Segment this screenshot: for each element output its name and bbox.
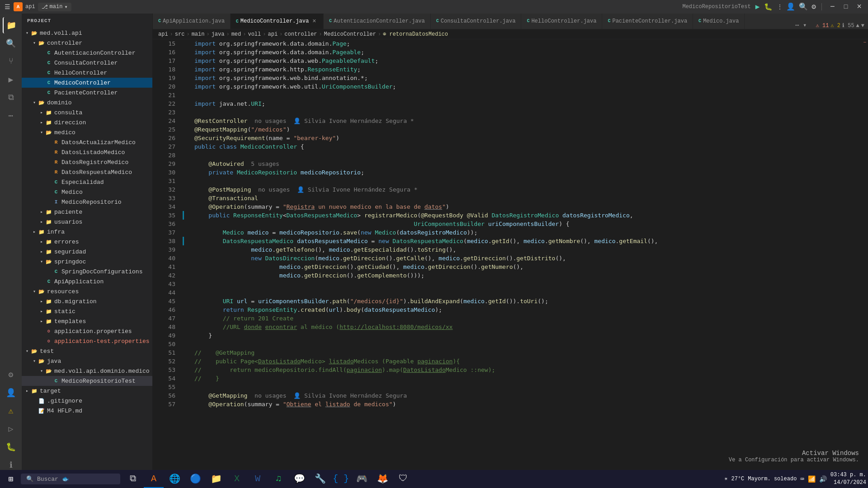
more-actions-icon[interactable]: ⋮ xyxy=(777,4,783,10)
taskbar-app3[interactable]: 🎮 xyxy=(352,470,372,488)
volume-icon[interactable]: 🔊 xyxy=(819,475,827,483)
taskbar-app2[interactable]: 🔧 xyxy=(310,470,330,488)
tree-item-consulta-folder[interactable]: ▸ 📁 consulta xyxy=(22,108,152,117)
settings-icon[interactable]: ⚙ xyxy=(811,2,816,11)
tree-item-datos-actualizar[interactable]: ▾ R DatosActualizarMedico xyxy=(22,137,152,147)
tree-item-medico-repositorio-test[interactable]: ▾ C MedicoRepositorioTest xyxy=(22,376,152,386)
breadcrumb-src[interactable]: src xyxy=(175,31,185,38)
tree-item-hello[interactable]: ▾ C HelloController xyxy=(22,68,152,78)
taskbar-whatsapp[interactable]: 💬 xyxy=(289,470,309,488)
taskbar-spotify[interactable]: ♫ xyxy=(269,470,288,488)
tree-item-errores[interactable]: ▸ 📁 errores xyxy=(22,237,152,247)
tree-item-java[interactable]: ▾ 📂 java xyxy=(22,356,152,366)
tab-overflow-button[interactable]: ⋯ ▾ xyxy=(792,21,810,29)
tree-item-especialidad[interactable]: ▾ C Especialidad xyxy=(22,177,152,187)
taskbar-explorer[interactable]: 📁 xyxy=(206,470,226,488)
activity-source-control[interactable]: ⑂ xyxy=(3,53,19,70)
taskbar-vscode[interactable]: { } xyxy=(331,470,351,488)
maximize-button[interactable]: □ xyxy=(841,3,850,10)
tab-api-application[interactable]: C ApiApplication.java xyxy=(153,14,231,29)
activity-settings2[interactable]: ⚙ xyxy=(3,366,19,383)
tab-autenticacion[interactable]: C AutenticacionController.java xyxy=(324,14,431,29)
systray-clock[interactable]: 03:43 p. m. 14/07/2024 xyxy=(830,471,866,487)
chevron-down[interactable]: ▼ xyxy=(861,23,864,29)
tab-hello[interactable]: C HelloController.java xyxy=(521,14,602,29)
tree-item-gitignore[interactable]: ▾ 📄 .gitignore xyxy=(22,396,152,406)
windows-start-button[interactable]: ⊞ xyxy=(2,470,20,488)
activity-extensions[interactable]: ⧉ xyxy=(3,89,19,106)
tree-item-medico-folder[interactable]: ▾ 📂 medico xyxy=(22,127,152,137)
activity-profile[interactable]: 👤 xyxy=(3,385,19,401)
taskbar-chrome[interactable]: 🌐 xyxy=(165,470,184,488)
tab-medico-controller[interactable]: C MedicoController.java × xyxy=(231,14,324,29)
taskbar-edge[interactable]: 🔵 xyxy=(185,470,205,488)
breadcrumb-method[interactable]: ⊕ retornaDatosMedico xyxy=(383,31,448,38)
breadcrumb-main[interactable]: main xyxy=(192,31,205,38)
tab-close-button[interactable]: × xyxy=(311,18,318,25)
tree-item-controller[interactable]: ▾ 📂 controller xyxy=(22,38,152,48)
tree-item-app-properties[interactable]: ▾ ⚙ application.properties xyxy=(22,326,152,336)
search-icon[interactable]: 🔍 xyxy=(799,2,808,11)
breadcrumb-med[interactable]: med xyxy=(231,31,241,38)
tree-item-resources[interactable]: ▾ 📂 resources xyxy=(22,286,152,296)
tree-item-autenticacion[interactable]: ▾ C AutenticacionController xyxy=(22,48,152,58)
tree-item-datos-respuesta[interactable]: ▾ R DatosRespuestaMedico xyxy=(22,167,152,177)
tree-item-med-voll-dominio[interactable]: ▾ 📂 med.voll.api.dominio.medico xyxy=(22,366,152,376)
activity-run-debug[interactable]: ▶ xyxy=(3,71,19,88)
activity-run2[interactable]: ▷ xyxy=(3,421,19,437)
tree-item-app-test-properties[interactable]: ▾ ⚙ application-test.properties xyxy=(22,336,152,346)
taskbar-task-view[interactable]: ⧉ xyxy=(123,470,143,488)
tree-item-seguridad[interactable]: ▸ 📁 seguridad xyxy=(22,247,152,257)
close-button[interactable]: × xyxy=(854,2,864,11)
tree-item-medico-repositorio[interactable]: ▾ I MedicoRepositorio xyxy=(22,197,152,207)
chevron-up[interactable]: ▲ xyxy=(856,23,859,29)
taskbar-intellij[interactable]: A xyxy=(144,470,164,488)
minimize-button[interactable]: − xyxy=(827,2,838,11)
tree-item-target[interactable]: ▸ 📁 target xyxy=(22,386,152,396)
tree-item-direccion-folder[interactable]: ▸ 📁 direccion xyxy=(22,117,152,127)
tab-consulta[interactable]: C ConsultaController.java xyxy=(431,14,522,29)
tree-item-templates[interactable]: ▸ 📁 templates xyxy=(22,316,152,326)
tree-item-consulta[interactable]: ▾ C ConsultaController xyxy=(22,58,152,68)
hamburger-menu-icon[interactable]: ☰ xyxy=(4,3,11,10)
run-button[interactable]: ▶ xyxy=(755,2,760,11)
tree-item-test[interactable]: ▾ 📂 test xyxy=(22,346,152,356)
breadcrumb-api2[interactable]: api xyxy=(268,31,278,38)
tree-item-springdoc-config[interactable]: ▾ C SpringDocConfigurations xyxy=(22,267,152,277)
tree-item-medico-controller[interactable]: ▾ C MedicoController xyxy=(22,78,152,88)
tab-medico[interactable]: C Medico.java xyxy=(693,14,745,29)
tree-item-datos-registro[interactable]: ▾ R DatosRegistroMedico xyxy=(22,157,152,167)
tree-item-api-application[interactable]: ▾ C ApiApplication xyxy=(22,277,152,286)
breadcrumb-java[interactable]: java xyxy=(212,31,225,38)
tree-item-medico-class[interactable]: ▾ C Medico xyxy=(22,187,152,197)
taskbar-search-box[interactable]: 🔍 Buscar 🐟 xyxy=(21,474,120,484)
taskbar-app4[interactable]: 🛡 xyxy=(393,470,413,488)
breadcrumb-controller[interactable]: controller xyxy=(284,31,317,38)
taskbar-word[interactable]: W xyxy=(248,470,268,488)
debug-button[interactable]: 🐛 xyxy=(764,3,773,11)
breadcrumb-voll[interactable]: voll xyxy=(248,31,261,38)
tree-item-med-voll-api[interactable]: ▾ 📂 med.voll.api xyxy=(22,28,152,38)
code-editor[interactable]: import org.springframework.data.domain.P… xyxy=(191,39,862,477)
tree-item-usuarios-folder[interactable]: ▸ 📁 usuarios xyxy=(22,217,152,227)
activity-unknown[interactable]: ⋯ xyxy=(3,108,19,124)
branch-selector[interactable]: ⎇ main ▾ xyxy=(38,3,71,11)
activity-search[interactable]: 🔍 xyxy=(3,35,19,52)
tree-item-db-migration[interactable]: ▸ 📁 db.migration xyxy=(22,296,152,306)
activity-warning[interactable]: ⚠ xyxy=(3,403,19,419)
tree-item-hflp[interactable]: ▾ 📝 M4 HFLP.md xyxy=(22,406,152,416)
tree-item-static[interactable]: ▸ 📁 static xyxy=(22,306,152,316)
activity-explorer[interactable]: 📁 xyxy=(3,17,19,33)
tree-item-dominio[interactable]: ▾ 📂 dominio xyxy=(22,98,152,108)
menu-file[interactable]: api xyxy=(25,4,35,10)
taskbar-firefox[interactable]: 🦊 xyxy=(373,470,392,488)
network-icon[interactable]: 📶 xyxy=(808,475,816,483)
tree-item-infra[interactable]: ▸ 📁 infra xyxy=(22,227,152,237)
activity-debug[interactable]: 🐛 xyxy=(3,439,19,455)
tree-item-datos-listado[interactable]: ▾ R DatosListadoMedico xyxy=(22,147,152,157)
tree-item-paciente-folder[interactable]: ▸ 📁 paciente xyxy=(22,207,152,217)
minimap-scrollbar[interactable]: — xyxy=(862,39,868,477)
tree-item-paciente[interactable]: ▾ C PacienteController xyxy=(22,88,152,98)
profile-icon[interactable]: 👤 xyxy=(786,2,795,11)
taskbar-excel[interactable]: X xyxy=(227,470,247,488)
